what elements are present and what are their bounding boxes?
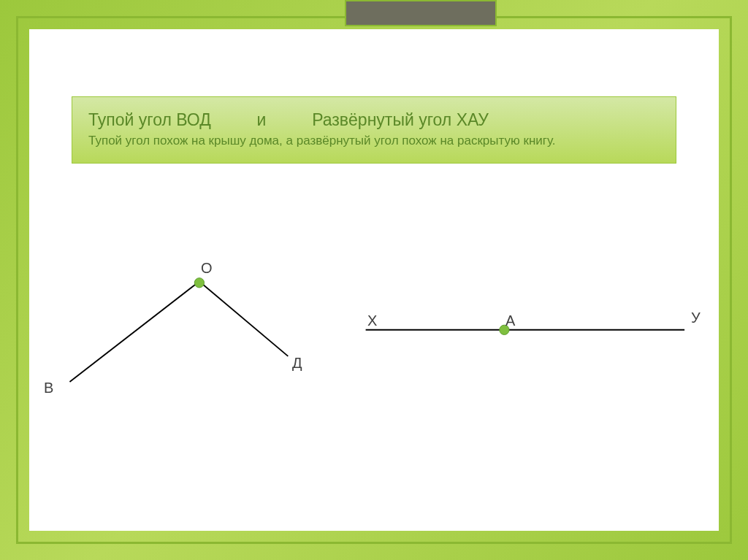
label-o: О [201, 260, 213, 277]
label-x: Х [367, 312, 377, 329]
title-box: Тупой угол ВОД и Развёрнутый угол ХАУ Ту… [72, 96, 676, 164]
angles-svg [29, 219, 719, 531]
straight-title: Развёрнутый угол ХАУ [312, 110, 489, 129]
straight-angle-figure [366, 325, 684, 334]
tab-accent [345, 0, 497, 26]
ray-od [199, 281, 288, 356]
label-a: А [505, 312, 515, 329]
obtuse-title: Тупой угол ВОД [88, 110, 211, 129]
obtuse-angle-figure [69, 278, 288, 382]
label-v: В [44, 380, 53, 396]
diagram-container: О В Д Х А У [29, 219, 719, 531]
ray-ov [69, 281, 199, 382]
label-u: У [691, 310, 701, 326]
label-d: Д [292, 355, 302, 372]
title-description: Тупой угол похож на крышу дома, а развёр… [88, 133, 660, 150]
content-area: Тупой угол ВОД и Развёрнутый угол ХАУ Ту… [29, 29, 719, 531]
connector: и [257, 110, 267, 129]
title-main-line: Тупой угол ВОД и Развёрнутый угол ХАУ [88, 110, 660, 130]
vertex-o-point [194, 278, 204, 288]
